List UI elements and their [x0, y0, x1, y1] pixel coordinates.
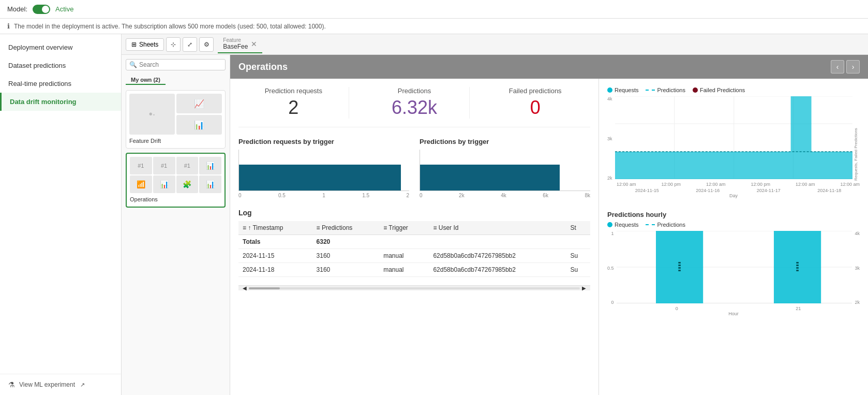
model-label: Model: — [7, 5, 27, 13]
scatter-icon: •· — [129, 94, 175, 135]
requests-axis: 0 0.5 1 1.5 2 — [238, 193, 409, 198]
col-header-trigger[interactable]: ≡ Trigger — [379, 221, 429, 235]
operations-title: Operations — [130, 195, 221, 203]
log-section: Log ≡ ↑ Timestamp ≡ — [238, 209, 590, 277]
timeseries-legend: Requests Predictions Failed Predictions — [607, 87, 860, 93]
ops-bar3-icon: #1 — [176, 157, 199, 174]
ops-bar4-icon: 📊 — [199, 157, 221, 174]
ops-chart2-icon: 📊 — [199, 175, 221, 193]
col-header-status[interactable]: St — [566, 221, 590, 235]
predictions-axis: 0 2k 4k 6k 8k — [420, 193, 590, 198]
search-input[interactable] — [139, 61, 222, 68]
requests-bar-chart — [238, 150, 409, 191]
feature-drift-card[interactable]: •· 📈 📊 Feature Drift — [126, 90, 226, 149]
legend-failed: Failed Predictions — [693, 87, 745, 93]
search-icon: 🔍 — [129, 61, 137, 68]
metric-failed-predictions: Failed predictions 0 — [480, 87, 590, 119]
row0-userid: 62d58b0a6cdb747267985bb2 — [429, 249, 566, 263]
hour-axis-label: Hour — [607, 311, 860, 316]
scroll-indicator[interactable]: ◀ ▶ — [238, 285, 590, 290]
toolbar-select-btn[interactable]: ⊹ — [166, 37, 181, 52]
ops-prev-btn[interactable]: ‹ — [831, 60, 844, 74]
scroll-left-btn[interactable]: ◀ — [243, 285, 247, 291]
ops-right-panel: Requests Predictions Failed Predictions — [599, 79, 868, 395]
timeseries-chart: Requests Predictions Failed Predictions — [607, 87, 860, 198]
row1-userid: 62d58b0a6cdb747267985bb2 — [429, 263, 566, 277]
ops-header: Operations ‹ › — [230, 55, 868, 79]
ops-left-panel: Prediction requests 2 Predictions 6.32k … — [230, 79, 599, 395]
view-ml-experiment-btn[interactable]: ⚗ View ML experiment ↗ — [0, 374, 121, 395]
row1-status: Su — [566, 263, 590, 277]
legend-requests: Requests — [607, 87, 638, 93]
feature-drift-title: Feature Drift — [129, 137, 222, 145]
failed-dot — [693, 87, 698, 93]
sheets-toolbar: ⊞ Sheets ⊹ ⤢ ⚙ Feature BaseFee ✕ — [122, 34, 868, 55]
model-toggle[interactable] — [33, 5, 50, 14]
ops-header-title: Operations — [238, 62, 288, 72]
totals-predictions: 6320 — [312, 235, 380, 249]
hourly-legend-predictions: Predictions — [646, 222, 685, 228]
sidebar-nav: Deployment overview Dataset predictions … — [0, 34, 121, 115]
operations-main: Operations ‹ › Prediction requests 2 — [230, 55, 868, 395]
main-layout: Deployment overview Dataset predictions … — [0, 34, 868, 395]
timeseries-svg — [615, 96, 852, 179]
bar-chart-icon-1: 📊 — [176, 115, 222, 135]
sheets-button[interactable]: ⊞ Sheets — [126, 38, 164, 51]
line-chart-icon: 📈 — [176, 94, 222, 113]
ops-content: Prediction requests 2 Predictions 6.32k … — [230, 79, 868, 395]
toolbar-move-btn[interactable]: ⤢ — [183, 37, 197, 52]
predictions-bar — [420, 165, 560, 191]
toggle-knob — [42, 6, 49, 13]
requests-bar — [239, 165, 401, 191]
ops-bar2-icon: #1 — [153, 157, 175, 174]
scroll-track[interactable] — [249, 287, 580, 289]
sheets-icon: ⊞ — [131, 41, 137, 48]
scroll-right-btn[interactable]: ▶ — [582, 285, 586, 291]
col-header-userid[interactable]: ≡ User Id — [429, 221, 566, 235]
trigger-charts-row: Prediction requests by trigger 0 0.5 1 1… — [238, 138, 590, 198]
operations-card[interactable]: #1 #1 #1 📊 📶 📊 🧩 📊 Operations — [126, 153, 226, 208]
legend-predictions: Predictions — [646, 87, 685, 93]
feature-tab-close[interactable]: ✕ — [251, 40, 257, 48]
day-axis-label: Day — [607, 193, 860, 198]
filter-icon: ≡ — [317, 224, 320, 231]
toolbar-settings-btn[interactable]: ⚙ — [199, 37, 214, 52]
top-bar: Model: Active — [0, 0, 868, 19]
hourly-chart: Predictions hourly Requests Predictions — [607, 211, 860, 316]
log-row-1: 2024-11-18 3160 manual 62d58b0a6cdb74726… — [238, 263, 590, 277]
move-icon: ⤢ — [187, 41, 192, 48]
sheets-panel: 🔍 My own (2) •· 📈 📊 Feature Drift — [122, 55, 230, 395]
col-header-predictions[interactable]: ≡ Predictions — [312, 221, 380, 235]
requests-dot — [607, 87, 612, 93]
log-totals-row: Totals 6320 — [238, 235, 590, 249]
active-status: Active — [55, 5, 73, 13]
row1-predictions: 3160 — [312, 263, 380, 277]
ops-col2-icon: 📊 — [153, 175, 175, 193]
predictions-dashed — [646, 90, 655, 91]
filter2-icon: ≡ — [383, 224, 387, 231]
sidebar-item-realtime-predictions[interactable]: Real-time predictions — [0, 75, 121, 93]
metric-predictions: Predictions 6.32k — [360, 87, 470, 119]
predictions-trigger-chart: Predictions by trigger 0 2k 4k 6k 8k — [420, 138, 590, 198]
row0-trigger: manual — [379, 249, 429, 263]
row0-predictions: 3160 — [312, 249, 380, 263]
sidebar-item-dataset-predictions[interactable]: Dataset predictions — [0, 56, 121, 75]
sidebar-item-deployment-overview[interactable]: Deployment overview — [0, 38, 121, 56]
gear-icon: ⚙ — [204, 41, 209, 48]
feature-tab[interactable]: Feature BaseFee ✕ — [218, 35, 262, 53]
flask-icon: ⚗ — [8, 381, 15, 389]
scroll-thumb[interactable] — [249, 287, 280, 289]
col-header-timestamp[interactable]: ≡ ↑ Timestamp — [238, 221, 312, 235]
right-axis-label: Requests, Failed Predictions — [854, 96, 858, 181]
totals-label: Totals — [238, 235, 312, 249]
search-box[interactable]: 🔍 — [126, 59, 226, 70]
ops-next-btn[interactable]: › — [846, 60, 860, 74]
metric-prediction-requests: Prediction requests 2 — [238, 87, 349, 119]
sidebar: Deployment overview Dataset predictions … — [0, 34, 122, 395]
row0-status: Su — [566, 249, 590, 263]
select-icon: ⊹ — [171, 41, 176, 48]
ops-bar1-icon: #1 — [130, 157, 152, 174]
row1-trigger: manual — [379, 263, 429, 277]
hourly-legend-requests: Requests — [607, 222, 638, 228]
sidebar-item-data-drift-monitoring[interactable]: Data drift monitoring — [0, 93, 121, 111]
